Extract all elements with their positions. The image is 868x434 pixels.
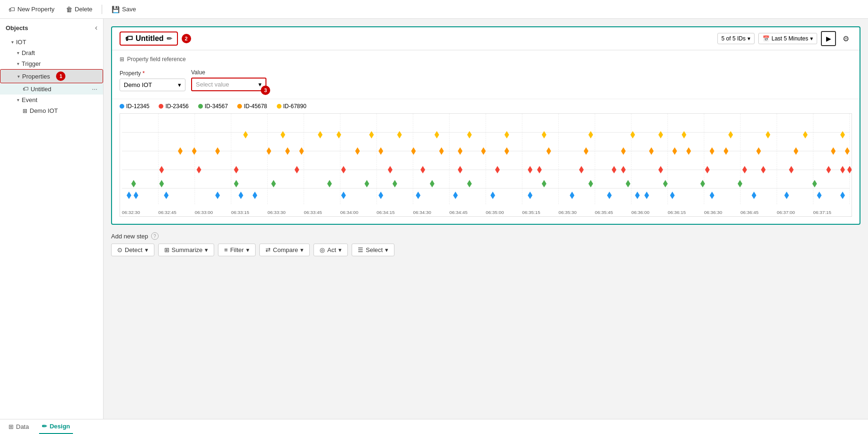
svg-marker-34 bbox=[490, 191, 495, 199]
svg-text:06:37:15: 06:37:15 bbox=[813, 210, 832, 215]
property-select[interactable]: Demo IOT ▾ bbox=[120, 79, 185, 91]
chevron-right-icon: ▾ bbox=[17, 61, 19, 66]
sidebar-item-event[interactable]: ▾ Event bbox=[0, 95, 103, 105]
save-icon: 💾 bbox=[112, 6, 120, 13]
save-button[interactable]: 💾 Save bbox=[108, 4, 140, 15]
time-dropdown[interactable]: 📅 Last 5 Minutes ▾ bbox=[758, 33, 817, 44]
more-options-button[interactable]: ··· bbox=[92, 85, 97, 93]
time-label: Last 5 Minutes bbox=[772, 35, 808, 42]
data-icon: ⊞ bbox=[8, 423, 14, 430]
svg-marker-68 bbox=[131, 180, 136, 188]
svg-text:06:32:45: 06:32:45 bbox=[158, 210, 177, 215]
svg-marker-54 bbox=[495, 166, 500, 174]
play-button[interactable]: ▶ bbox=[821, 31, 836, 46]
legend-dot-yellow bbox=[277, 104, 281, 109]
svg-marker-116 bbox=[467, 131, 472, 139]
svg-marker-79 bbox=[626, 180, 630, 188]
svg-marker-93 bbox=[439, 147, 444, 155]
svg-marker-98 bbox=[584, 147, 588, 155]
sidebar-item-properties[interactable]: ▾ Properties 1 bbox=[0, 69, 103, 83]
svg-text:06:36:15: 06:36:15 bbox=[667, 210, 686, 215]
svg-marker-104 bbox=[723, 147, 728, 155]
chart-title-box: 🏷 Untitled ✏ bbox=[120, 32, 178, 46]
required-marker: * bbox=[143, 70, 145, 77]
chart-panel-header: 🏷 Untitled ✏ 2 5 of 5 IDs ▾ 📅 Last 5 Min… bbox=[112, 27, 860, 50]
chart-panel: 🏷 Untitled ✏ 2 5 of 5 IDs ▾ 📅 Last 5 Min… bbox=[111, 26, 860, 225]
svg-marker-42 bbox=[752, 191, 756, 199]
chevron-down-icon: ▾ bbox=[246, 246, 249, 253]
svg-marker-66 bbox=[840, 166, 845, 174]
sidebar-collapse-button[interactable]: ‹ bbox=[95, 24, 97, 32]
svg-marker-35 bbox=[528, 191, 532, 199]
chevron-down-icon: ▾ bbox=[145, 246, 148, 253]
act-button[interactable]: ◎ Act ▾ bbox=[313, 244, 348, 256]
delete-button[interactable]: 🗑 Delete bbox=[62, 4, 96, 15]
top-toolbar: 🏷 New Property 🗑 Delete 💾 Save bbox=[0, 0, 868, 19]
svg-text:06:34:45: 06:34:45 bbox=[450, 210, 468, 215]
detect-button[interactable]: ⊙ Detect ▾ bbox=[111, 244, 154, 256]
chart-legend: ID-12345 ID-23456 ID-34567 ID-45678 bbox=[120, 103, 852, 110]
svg-text:06:37:00: 06:37:00 bbox=[777, 210, 795, 215]
toolbar-separator bbox=[102, 5, 102, 14]
summarize-button[interactable]: ⊞ Summarize ▾ bbox=[158, 244, 215, 256]
grid-icon: ⊞ bbox=[120, 56, 124, 63]
svg-marker-44 bbox=[817, 191, 822, 199]
svg-marker-62 bbox=[742, 166, 747, 174]
svg-marker-75 bbox=[430, 180, 434, 188]
svg-marker-40 bbox=[670, 191, 675, 199]
svg-marker-63 bbox=[761, 166, 766, 174]
legend-dot-red bbox=[159, 104, 163, 109]
filter-button[interactable]: ≡ Filter ▾ bbox=[218, 244, 255, 256]
svg-marker-55 bbox=[528, 166, 532, 174]
svg-marker-99 bbox=[621, 147, 626, 155]
svg-text:06:34:15: 06:34:15 bbox=[377, 210, 395, 215]
legend-item-2: ID-34567 bbox=[198, 103, 228, 110]
svg-text:06:36:00: 06:36:00 bbox=[631, 210, 650, 215]
new-property-button[interactable]: 🏷 New Property bbox=[5, 4, 58, 15]
tab-design[interactable]: ✏ Design bbox=[39, 419, 72, 434]
svg-marker-76 bbox=[467, 180, 472, 188]
svg-marker-60 bbox=[659, 166, 663, 174]
ids-dropdown[interactable]: 5 of 5 IDs ▾ bbox=[717, 33, 755, 44]
svg-marker-37 bbox=[607, 191, 612, 199]
svg-marker-48 bbox=[234, 166, 239, 174]
svg-marker-100 bbox=[649, 147, 654, 155]
summarize-icon: ⊞ bbox=[164, 246, 169, 253]
tab-data[interactable]: ⊞ Data bbox=[6, 419, 32, 434]
select-button[interactable]: ☰ Select ▾ bbox=[352, 244, 394, 256]
sidebar-item-demo-iot[interactable]: ⊞ Demo IOT bbox=[0, 105, 103, 116]
main-layout: Objects ‹ ▾ IOT ▾ Draft ▾ Trigger ▾ Prop… bbox=[0, 19, 868, 419]
sidebar: Objects ‹ ▾ IOT ▾ Draft ▾ Trigger ▾ Prop… bbox=[0, 19, 104, 419]
svg-marker-26 bbox=[164, 191, 169, 199]
svg-marker-32 bbox=[416, 191, 420, 199]
chevron-down-icon: ▾ bbox=[11, 39, 14, 45]
svg-marker-74 bbox=[393, 180, 397, 188]
svg-marker-36 bbox=[570, 191, 574, 199]
value-select[interactable]: Select value ▾ 3 bbox=[191, 78, 266, 91]
svg-marker-85 bbox=[192, 147, 197, 155]
svg-marker-41 bbox=[710, 191, 715, 199]
svg-marker-106 bbox=[794, 147, 798, 155]
settings-button[interactable]: ⚙ bbox=[840, 32, 852, 45]
svg-marker-122 bbox=[682, 131, 686, 139]
sidebar-item-untitled[interactable]: 🏷 Untitled ··· bbox=[0, 83, 103, 95]
sidebar-item-iot[interactable]: ▾ IOT bbox=[0, 37, 103, 47]
edit-icon[interactable]: ✏ bbox=[167, 35, 172, 42]
svg-marker-108 bbox=[845, 147, 850, 155]
svg-marker-126 bbox=[840, 131, 845, 139]
sidebar-item-draft[interactable]: ▾ Draft bbox=[0, 47, 103, 58]
svg-marker-124 bbox=[766, 131, 771, 139]
info-icon: ? bbox=[151, 232, 159, 240]
property-field-reference: ⊞ Property field reference Property * De… bbox=[112, 50, 860, 99]
svg-marker-113 bbox=[369, 131, 374, 139]
add-step-label: Add new step ? bbox=[111, 232, 860, 240]
svg-marker-24 bbox=[127, 191, 131, 199]
untitled-label: Untitled bbox=[31, 86, 51, 93]
svg-text:06:36:30: 06:36:30 bbox=[704, 210, 723, 215]
chart-title: Untitled bbox=[136, 34, 164, 43]
svg-marker-95 bbox=[481, 147, 486, 155]
sidebar-item-trigger[interactable]: ▾ Trigger bbox=[0, 58, 103, 69]
compare-button[interactable]: ⇄ Compare ▾ bbox=[259, 244, 310, 256]
svg-text:06:35:45: 06:35:45 bbox=[595, 210, 613, 215]
value-placeholder: Select value bbox=[196, 81, 229, 88]
